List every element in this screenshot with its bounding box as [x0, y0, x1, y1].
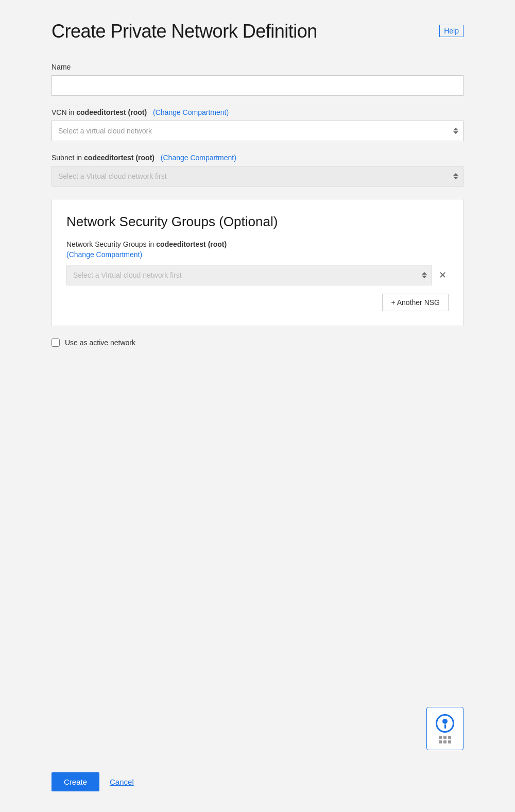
- add-nsg-button[interactable]: + Another NSG: [382, 294, 449, 311]
- nsg-change-compartment-link[interactable]: (Change Compartment): [66, 250, 449, 259]
- subnet-section: Subnet in codeeditortest (root) (Change …: [52, 154, 464, 187]
- nsg-compartment-name: codeeditortest (root): [156, 240, 227, 248]
- help-dots-icon: [439, 736, 451, 743]
- vcn-compartment-name: codeeditortest (root): [76, 108, 147, 116]
- nsg-select-wrapper: Select a Virtual cloud network first: [66, 265, 432, 285]
- subnet-select[interactable]: Select a Virtual cloud network first: [52, 166, 464, 187]
- nsg-remove-icon[interactable]: ✕: [436, 269, 449, 281]
- name-input[interactable]: [52, 75, 464, 96]
- help-widget[interactable]: [426, 707, 464, 750]
- name-section: Name: [52, 63, 464, 96]
- subnet-label: Subnet in codeeditortest (root) (Change …: [52, 154, 464, 162]
- vcn-select[interactable]: Select a virtual cloud network: [52, 121, 464, 141]
- nsg-footer: + Another NSG: [66, 294, 449, 311]
- active-network-label: Use as active network: [65, 339, 135, 347]
- subnet-compartment-name: codeeditortest (root): [84, 154, 154, 162]
- help-circle-icon: [436, 714, 454, 733]
- help-link[interactable]: Help: [439, 25, 464, 37]
- nsg-section-title: Network Security Groups (Optional): [66, 214, 449, 230]
- vcn-change-compartment-link[interactable]: (Change Compartment): [153, 108, 229, 116]
- active-network-checkbox[interactable]: [52, 339, 60, 347]
- nsg-card: Network Security Groups (Optional) Netwo…: [52, 199, 464, 326]
- nsg-select[interactable]: Select a Virtual cloud network first: [66, 265, 432, 285]
- page-title: Create Private Network Definition: [52, 21, 317, 42]
- cancel-button[interactable]: Cancel: [110, 777, 134, 786]
- name-label: Name: [52, 63, 464, 71]
- subnet-change-compartment-link[interactable]: (Change Compartment): [161, 154, 236, 162]
- create-button[interactable]: Create: [52, 772, 99, 791]
- page-header: Create Private Network Definition Help: [52, 21, 464, 42]
- active-network-row: Use as active network: [52, 339, 464, 347]
- footer-buttons: Create Cancel: [52, 772, 134, 791]
- vcn-select-wrapper: Select a virtual cloud network: [52, 121, 464, 141]
- subnet-select-wrapper: Select a Virtual cloud network first: [52, 166, 464, 187]
- vcn-section: VCN in codeeditortest (root) (Change Com…: [52, 108, 464, 141]
- vcn-label: VCN in codeeditortest (root) (Change Com…: [52, 108, 464, 116]
- nsg-label: Network Security Groups in codeeditortes…: [66, 240, 449, 248]
- nsg-select-row: Select a Virtual cloud network first ✕: [66, 265, 449, 285]
